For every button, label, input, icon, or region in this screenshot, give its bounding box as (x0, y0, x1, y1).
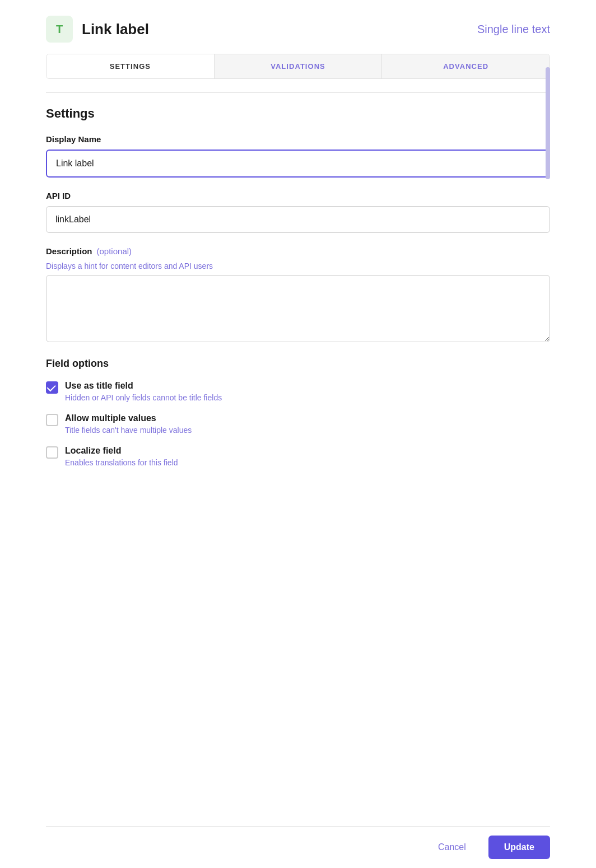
display-name-label: Display Name (46, 134, 550, 144)
use-as-title-checkbox[interactable] (46, 381, 58, 394)
description-hint: Displays a hint for content editors and … (46, 262, 550, 270)
page-title: Link label (82, 21, 149, 38)
allow-multiple-checkbox[interactable] (46, 414, 58, 426)
option-allow-multiple: Allow multiple values Title fields can't… (46, 413, 550, 435)
field-type-label: Single line text (477, 23, 550, 36)
display-name-input[interactable] (46, 150, 550, 178)
field-options-title: Field options (46, 358, 550, 370)
header-divider (46, 92, 550, 93)
description-optional-label: (optional) (97, 246, 132, 256)
description-textarea[interactable] (46, 275, 550, 342)
description-group: Description (optional) Displays a hint f… (46, 246, 550, 344)
use-as-title-desc: Hidden or API only fields cannot be titl… (65, 393, 222, 402)
api-id-group: API ID (46, 191, 550, 233)
tab-settings[interactable]: SETTINGS (46, 54, 215, 78)
option-use-as-title: Use as title field Hidden or API only fi… (46, 381, 550, 402)
allow-multiple-label: Allow multiple values (65, 413, 192, 423)
scrollbar[interactable] (546, 67, 550, 179)
api-id-label: API ID (46, 191, 550, 200)
header-left: T Link label (46, 16, 149, 43)
tab-validations[interactable]: VALIDATIONS (215, 54, 383, 78)
display-name-group: Display Name (46, 134, 550, 178)
api-id-input[interactable] (46, 206, 550, 233)
option-localize: Localize field Enables translations for … (46, 446, 550, 467)
description-label: Description (optional) (46, 246, 550, 256)
settings-content: Settings Display Name API ID Description… (46, 106, 550, 534)
localize-checkbox[interactable] (46, 446, 58, 459)
field-type-icon: T (46, 16, 73, 43)
localize-desc: Enables translations for this field (65, 458, 178, 467)
tab-bar: SETTINGS VALIDATIONS ADVANCED (46, 54, 550, 79)
tab-advanced[interactable]: ADVANCED (382, 54, 550, 78)
footer-actions: Cancel Update (46, 826, 550, 868)
field-options-section: Field options Use as title field Hidden … (46, 358, 550, 467)
localize-label: Localize field (65, 446, 178, 456)
cancel-button[interactable]: Cancel (425, 837, 479, 858)
use-as-title-label: Use as title field (65, 381, 222, 391)
update-button[interactable]: Update (488, 836, 550, 859)
settings-section-title: Settings (46, 106, 550, 121)
allow-multiple-desc: Title fields can't have multiple values (65, 426, 192, 435)
panel-header: T Link label Single line text (46, 0, 550, 54)
